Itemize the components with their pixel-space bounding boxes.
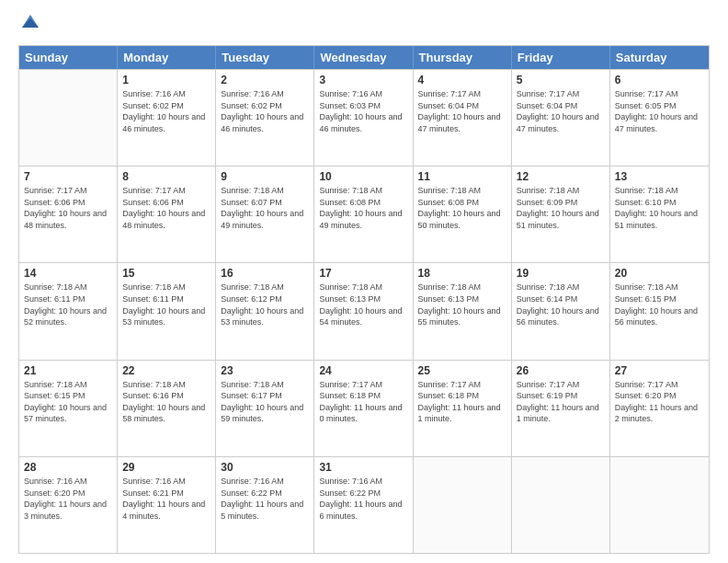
- calendar-row: 21Sunrise: 7:18 AMSunset: 6:15 PMDayligh…: [19, 360, 709, 456]
- table-row: 12Sunrise: 7:18 AMSunset: 6:09 PMDayligh…: [512, 167, 610, 262]
- day-number: 31: [319, 460, 407, 475]
- svg-marker-1: [22, 18, 39, 28]
- table-row: 5Sunrise: 7:17 AMSunset: 6:04 PMDaylight…: [512, 70, 610, 166]
- logo-icon: [20, 11, 40, 31]
- day-number: 16: [221, 266, 309, 281]
- day-number: 29: [122, 460, 210, 475]
- table-row: 23Sunrise: 7:18 AMSunset: 6:17 PMDayligh…: [216, 361, 314, 456]
- table-row: 21Sunrise: 7:18 AMSunset: 6:15 PMDayligh…: [19, 361, 118, 456]
- table-row: 11Sunrise: 7:18 AMSunset: 6:08 PMDayligh…: [414, 167, 512, 262]
- calendar-header: SundayMondayTuesdayWednesdayThursdayFrid…: [19, 46, 709, 69]
- day-number: 27: [615, 363, 704, 378]
- day-info: Sunrise: 7:16 AMSunset: 6:21 PMDaylight:…: [122, 476, 210, 522]
- day-number: 10: [319, 169, 407, 184]
- day-number: 7: [24, 169, 112, 184]
- day-number: 1: [122, 73, 210, 87]
- day-info: Sunrise: 7:17 AMSunset: 6:05 PMDaylight:…: [615, 88, 704, 134]
- table-row: 31Sunrise: 7:16 AMSunset: 6:22 PMDayligh…: [314, 457, 413, 553]
- day-info: Sunrise: 7:18 AMSunset: 6:08 PMDaylight:…: [418, 185, 506, 231]
- page: SundayMondayTuesdayWednesdayThursdayFrid…: [0, 0, 728, 563]
- day-number: 13: [615, 169, 704, 184]
- day-info: Sunrise: 7:17 AMSunset: 6:19 PMDaylight:…: [517, 379, 605, 425]
- logo: [18, 15, 40, 36]
- cal-header-cell: Sunday: [19, 46, 118, 69]
- day-info: Sunrise: 7:18 AMSunset: 6:16 PMDaylight:…: [122, 379, 210, 425]
- day-info: Sunrise: 7:18 AMSunset: 6:11 PMDaylight:…: [24, 282, 112, 327]
- day-info: Sunrise: 7:17 AMSunset: 6:04 PMDaylight:…: [517, 88, 605, 134]
- day-number: 17: [319, 266, 407, 281]
- table-row: 2Sunrise: 7:16 AMSunset: 6:02 PMDaylight…: [216, 70, 314, 166]
- day-info: Sunrise: 7:18 AMSunset: 6:13 PMDaylight:…: [418, 282, 506, 327]
- table-row: 27Sunrise: 7:17 AMSunset: 6:20 PMDayligh…: [610, 361, 709, 456]
- day-number: 8: [122, 169, 210, 184]
- day-number: 14: [24, 266, 112, 281]
- calendar-body: 1Sunrise: 7:16 AMSunset: 6:02 PMDaylight…: [19, 69, 709, 553]
- day-number: 4: [418, 73, 506, 87]
- day-info: Sunrise: 7:17 AMSunset: 6:06 PMDaylight:…: [24, 185, 112, 231]
- day-info: Sunrise: 7:18 AMSunset: 6:09 PMDaylight:…: [517, 185, 605, 231]
- table-row: 8Sunrise: 7:17 AMSunset: 6:06 PMDaylight…: [118, 167, 216, 262]
- day-info: Sunrise: 7:17 AMSunset: 6:18 PMDaylight:…: [418, 379, 506, 425]
- day-number: 20: [615, 266, 704, 281]
- day-number: 24: [319, 363, 407, 378]
- calendar-row: 1Sunrise: 7:16 AMSunset: 6:02 PMDaylight…: [19, 69, 709, 166]
- table-row: 6Sunrise: 7:17 AMSunset: 6:05 PMDaylight…: [610, 70, 709, 166]
- table-row: [512, 457, 610, 553]
- table-row: 25Sunrise: 7:17 AMSunset: 6:18 PMDayligh…: [414, 361, 512, 456]
- cal-header-cell: Wednesday: [314, 46, 413, 69]
- day-number: 2: [221, 73, 309, 87]
- day-info: Sunrise: 7:16 AMSunset: 6:02 PMDaylight:…: [122, 88, 210, 134]
- table-row: [19, 70, 118, 166]
- day-info: Sunrise: 7:18 AMSunset: 6:15 PMDaylight:…: [615, 282, 704, 327]
- calendar-row: 14Sunrise: 7:18 AMSunset: 6:11 PMDayligh…: [19, 262, 709, 359]
- calendar-row: 7Sunrise: 7:17 AMSunset: 6:06 PMDaylight…: [19, 166, 709, 262]
- table-row: 28Sunrise: 7:16 AMSunset: 6:20 PMDayligh…: [19, 457, 118, 553]
- day-number: 12: [517, 169, 605, 184]
- day-number: 19: [517, 266, 605, 281]
- day-info: Sunrise: 7:18 AMSunset: 6:08 PMDaylight:…: [319, 185, 407, 231]
- table-row: 24Sunrise: 7:17 AMSunset: 6:18 PMDayligh…: [314, 361, 413, 456]
- day-info: Sunrise: 7:16 AMSunset: 6:22 PMDaylight:…: [221, 476, 309, 522]
- cal-header-cell: Monday: [118, 46, 216, 69]
- table-row: 1Sunrise: 7:16 AMSunset: 6:02 PMDaylight…: [118, 70, 216, 166]
- day-info: Sunrise: 7:18 AMSunset: 6:10 PMDaylight:…: [615, 185, 704, 231]
- day-info: Sunrise: 7:17 AMSunset: 6:20 PMDaylight:…: [615, 379, 704, 425]
- day-info: Sunrise: 7:17 AMSunset: 6:04 PMDaylight:…: [418, 88, 506, 134]
- table-row: 15Sunrise: 7:18 AMSunset: 6:11 PMDayligh…: [118, 263, 216, 359]
- day-number: 3: [319, 73, 407, 87]
- day-number: 9: [221, 169, 309, 184]
- table-row: 20Sunrise: 7:18 AMSunset: 6:15 PMDayligh…: [610, 263, 709, 359]
- day-number: 15: [122, 266, 210, 281]
- day-info: Sunrise: 7:18 AMSunset: 6:17 PMDaylight:…: [221, 379, 309, 425]
- table-row: 7Sunrise: 7:17 AMSunset: 6:06 PMDaylight…: [19, 167, 118, 262]
- table-row: 29Sunrise: 7:16 AMSunset: 6:21 PMDayligh…: [118, 457, 216, 553]
- table-row: 22Sunrise: 7:18 AMSunset: 6:16 PMDayligh…: [118, 361, 216, 456]
- day-number: 22: [122, 363, 210, 378]
- day-number: 30: [221, 460, 309, 475]
- day-info: Sunrise: 7:18 AMSunset: 6:14 PMDaylight:…: [517, 282, 605, 327]
- day-number: 21: [24, 363, 112, 378]
- day-number: 26: [517, 363, 605, 378]
- table-row: 14Sunrise: 7:18 AMSunset: 6:11 PMDayligh…: [19, 263, 118, 359]
- table-row: 26Sunrise: 7:17 AMSunset: 6:19 PMDayligh…: [512, 361, 610, 456]
- table-row: 10Sunrise: 7:18 AMSunset: 6:08 PMDayligh…: [314, 167, 413, 262]
- day-info: Sunrise: 7:16 AMSunset: 6:22 PMDaylight:…: [319, 476, 407, 522]
- table-row: 19Sunrise: 7:18 AMSunset: 6:14 PMDayligh…: [512, 263, 610, 359]
- day-number: 5: [517, 73, 605, 87]
- cal-header-cell: Friday: [512, 46, 610, 69]
- table-row: 13Sunrise: 7:18 AMSunset: 6:10 PMDayligh…: [610, 167, 709, 262]
- table-row: [610, 457, 709, 553]
- day-info: Sunrise: 7:18 AMSunset: 6:12 PMDaylight:…: [221, 282, 309, 327]
- day-number: 11: [418, 169, 506, 184]
- cal-header-cell: Thursday: [414, 46, 512, 69]
- table-row: 18Sunrise: 7:18 AMSunset: 6:13 PMDayligh…: [414, 263, 512, 359]
- table-row: 17Sunrise: 7:18 AMSunset: 6:13 PMDayligh…: [314, 263, 413, 359]
- calendar-row: 28Sunrise: 7:16 AMSunset: 6:20 PMDayligh…: [19, 456, 709, 553]
- day-number: 23: [221, 363, 309, 378]
- day-info: Sunrise: 7:18 AMSunset: 6:15 PMDaylight:…: [24, 379, 112, 425]
- day-info: Sunrise: 7:17 AMSunset: 6:06 PMDaylight:…: [122, 185, 210, 231]
- table-row: 4Sunrise: 7:17 AMSunset: 6:04 PMDaylight…: [414, 70, 512, 166]
- day-info: Sunrise: 7:18 AMSunset: 6:13 PMDaylight:…: [319, 282, 407, 327]
- day-number: 28: [24, 460, 112, 475]
- day-info: Sunrise: 7:17 AMSunset: 6:18 PMDaylight:…: [319, 379, 407, 425]
